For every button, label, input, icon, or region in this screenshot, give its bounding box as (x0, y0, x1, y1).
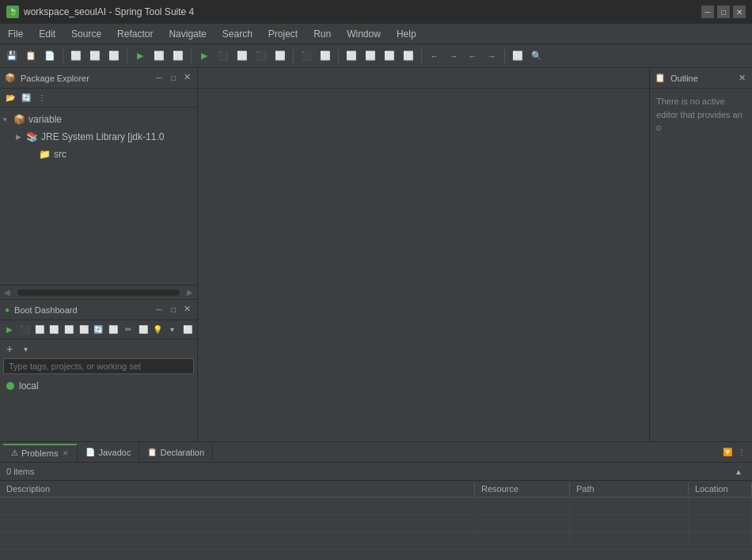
problems-filter-btn[interactable]: 🔽 (720, 445, 735, 460)
boot-search-input[interactable] (3, 358, 194, 374)
toolbar-btn-5[interactable]: ⬜ (86, 47, 104, 65)
project-tree: ▾ 📦 variable ▶ 📚 JRE System Library [jdk… (0, 108, 197, 166)
toolbar-btn-7[interactable]: ⬜ (150, 47, 168, 65)
menu-help[interactable]: Help (389, 25, 424, 43)
toolbar-btn-14[interactable]: ⬜ (343, 47, 360, 65)
boot-btn-4[interactable]: ⬜ (47, 323, 61, 337)
package-explorer-header: 📦 Package Explorer ─ □ ✕ (0, 68, 197, 89)
problems-tab-close[interactable]: ✕ (63, 449, 69, 457)
scroll-left-btn[interactable]: ◀ (0, 286, 14, 300)
menu-source[interactable]: Source (63, 25, 109, 43)
close-button[interactable]: ✕ (733, 6, 746, 18)
col-resource: Resource (475, 482, 570, 495)
stop-button[interactable]: ⬛ (215, 47, 232, 65)
back-btn-2[interactable]: ← (464, 47, 481, 65)
toolbar-sep-6 (421, 49, 422, 63)
minimize-boot-btn[interactable]: ─ (153, 304, 165, 316)
toolbar-btn-17[interactable]: ⬜ (400, 47, 417, 65)
forward-btn-2[interactable]: → (483, 47, 500, 65)
close-boot-btn[interactable]: ✕ (181, 304, 192, 315)
boot-add-btn[interactable]: + (3, 342, 16, 355)
boot-refresh-btn[interactable]: 🔄 (92, 323, 105, 337)
toolbar-sep-3 (191, 49, 192, 63)
project-icon: 📦 (13, 113, 25, 126)
maximize-button[interactable]: □ (717, 6, 730, 18)
menu-edit[interactable]: Edit (31, 25, 63, 43)
minimize-button[interactable]: ─ (701, 6, 714, 18)
top-section: 📦 Package Explorer ─ □ ✕ 📂 🔄 ⋮ ▾ (0, 68, 752, 441)
menu-window[interactable]: Window (339, 25, 389, 43)
run-button[interactable]: ▶ (131, 47, 149, 65)
search-toolbar-btn[interactable]: 🔍 (528, 47, 545, 65)
maximize-boot-btn[interactable]: □ (167, 304, 180, 316)
toolbar-btn-2[interactable]: 📋 (22, 47, 40, 65)
menu-refactor[interactable]: Refactor (109, 25, 161, 43)
tree-item-jre[interactable]: ▶ 📚 JRE System Library [jdk-11.0 (0, 128, 197, 146)
boot-btn-3[interactable]: ⬜ (32, 323, 46, 337)
new-button[interactable]: 💾 (3, 47, 21, 65)
run-btn-2[interactable]: ▶ (196, 47, 213, 65)
toolbar-btn-8[interactable]: ⬜ (169, 47, 187, 65)
link-with-editor-btn[interactable]: 🔄 (19, 91, 33, 105)
col-location: Location (689, 482, 752, 495)
problems-sort-btn[interactable]: ▲ (731, 464, 746, 479)
boot-run-btn[interactable]: ▶ (3, 323, 17, 337)
editor-area (198, 68, 649, 441)
back-button[interactable]: ← (426, 47, 443, 65)
forward-button[interactable]: → (445, 47, 462, 65)
declaration-tab-icon: 📋 (147, 448, 157, 456)
javadoc-tab-icon: 📄 (85, 448, 95, 456)
collapse-all-btn[interactable]: 📂 (3, 91, 17, 105)
boot-dropdown-btn[interactable]: ▾ (166, 323, 180, 337)
boot-edit-btn[interactable]: ✏ (122, 323, 135, 337)
toolbar-btn-6[interactable]: ⬜ (105, 47, 123, 65)
toolbar-btn-13[interactable]: ⬜ (317, 47, 334, 65)
boot-btn-8[interactable]: ⬜ (107, 323, 120, 337)
problems-table: Description Resource Path Location (0, 481, 752, 560)
scroll-track[interactable] (17, 289, 180, 296)
tree-item-variable[interactable]: ▾ 📦 variable (0, 111, 197, 128)
scroll-right-btn[interactable]: ▶ (183, 286, 197, 300)
menu-file[interactable]: File (0, 25, 31, 43)
row2-location (689, 515, 752, 532)
boot-more-btn[interactable]: ▾ (19, 342, 32, 355)
tab-problems[interactable]: ⚠ Problems ✕ (3, 444, 78, 461)
problems-tab-label: Problems (21, 448, 58, 458)
javadoc-tab-label: Javadoc (98, 448, 131, 457)
toolbar-btn-15[interactable]: ⬜ (362, 47, 379, 65)
menu-navigate[interactable]: Navigate (161, 25, 214, 43)
toolbar-btn-3[interactable]: 📄 (41, 47, 59, 65)
boot-dashboard-title: Boot Dashboard (14, 305, 150, 315)
main-layout: 📦 Package Explorer ─ □ ✕ 📂 🔄 ⋮ ▾ (0, 68, 752, 560)
close-outline-btn[interactable]: ✕ (736, 73, 747, 84)
toolbar-btn-10[interactable]: ⬛ (253, 47, 270, 65)
boot-btn-5[interactable]: ⬜ (63, 323, 76, 337)
tree-item-src[interactable]: 📁 src (0, 146, 197, 163)
outline-panel: 📋 Outline ✕ There is no active editor th… (649, 68, 752, 441)
tab-javadoc[interactable]: 📄 Javadoc (78, 445, 139, 460)
boot-btn-10[interactable]: ⬜ (136, 323, 150, 337)
outline-title: Outline (670, 74, 733, 83)
toolbar-btn-11[interactable]: ⬜ (272, 47, 289, 65)
problems-menu-btn[interactable]: ⋮ (735, 445, 749, 460)
menu-run[interactable]: Run (306, 25, 339, 43)
maximize-panel-btn[interactable]: □ (167, 72, 180, 85)
menu-search[interactable]: Search (215, 25, 260, 43)
boot-filter-btn[interactable]: ⬜ (180, 323, 194, 337)
tree-label-src: src (54, 149, 66, 160)
toolbar-btn-12[interactable]: ⬛ (298, 47, 315, 65)
boot-idea-btn[interactable]: 💡 (151, 323, 165, 337)
tab-declaration[interactable]: 📋 Declaration (139, 445, 213, 460)
view-menu-btn[interactable]: ⋮ (35, 91, 49, 105)
toolbar-btn-18[interactable]: ⬜ (509, 47, 526, 65)
toolbar-btn-9[interactable]: ⬜ (234, 47, 251, 65)
toolbar-sep-2 (127, 49, 127, 63)
minimize-panel-btn[interactable]: ─ (153, 72, 165, 85)
boot-stop-btn[interactable]: ⬛ (18, 323, 32, 337)
close-package-explorer-btn[interactable]: ✕ (181, 72, 192, 83)
row2-resource (475, 515, 570, 532)
menu-project[interactable]: Project (260, 25, 306, 43)
toolbar-btn-4[interactable]: ⬜ (67, 47, 85, 65)
boot-btn-6[interactable]: ⬜ (77, 323, 90, 337)
toolbar-btn-16[interactable]: ⬜ (381, 47, 398, 65)
